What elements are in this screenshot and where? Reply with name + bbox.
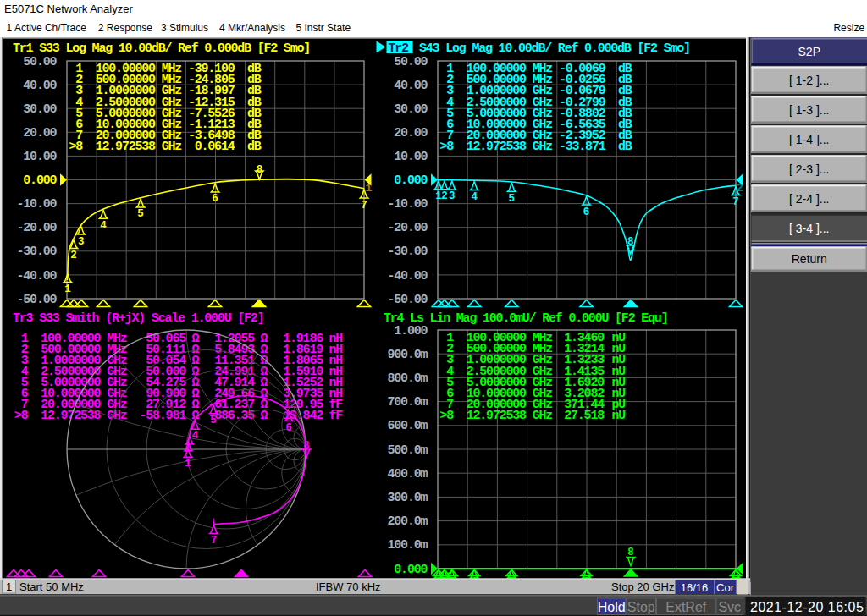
svg-text:900.0m: 900.0m: [387, 348, 428, 362]
svg-text:fF: fF: [329, 409, 344, 423]
svg-text:20.00: 20.00: [23, 126, 57, 140]
svg-text:16/16: 16/16: [681, 581, 709, 594]
svg-text:[ 3-4 ]...: [ 3-4 ]...: [789, 222, 829, 235]
svg-text:1 Active Ch/Trace: 1 Active Ch/Trace: [7, 22, 87, 34]
svg-text:40.00: 40.00: [394, 79, 428, 93]
svg-text:>8 12.972538 GHz: >8 12.972538 GHz: [69, 140, 182, 154]
svg-text:5: 5: [210, 415, 217, 426]
svg-text:1: 1: [64, 283, 71, 295]
svg-text:400.0m: 400.0m: [387, 467, 428, 481]
svg-text:-33.871: -33.871: [559, 140, 606, 154]
svg-text:50.00: 50.00: [394, 55, 428, 69]
svg-text:E5071C Network Analyzer: E5071C Network Analyzer: [4, 3, 133, 15]
svg-text:Stop 20 GHz: Stop 20 GHz: [611, 580, 674, 593]
svg-text:5 Instr State: 5 Instr State: [295, 22, 351, 34]
svg-text:100.0m: 100.0m: [387, 538, 428, 553]
svg-text:IFBW 70 kHz: IFBW 70 kHz: [316, 580, 381, 593]
svg-text:2 Response: 2 Response: [98, 22, 152, 34]
svg-text:[ 2-4 ]...: [ 2-4 ]...: [789, 192, 829, 206]
svg-text:800.0m: 800.0m: [387, 371, 428, 386]
svg-text:[ 1-2 ]...: [ 1-2 ]...: [789, 74, 829, 87]
svg-text:200.0m: 200.0m: [387, 514, 428, 529]
svg-text:50.00: 50.00: [23, 55, 57, 69]
svg-text:[ 1-3 ]...: [ 1-3 ]...: [789, 103, 829, 117]
svg-text:300.0m: 300.0m: [387, 491, 428, 505]
svg-text:-40.00: -40.00: [16, 269, 57, 283]
svg-text:Resize: Resize: [833, 22, 864, 34]
svg-text:-50.00: -50.00: [387, 293, 428, 307]
svg-text:7: 7: [211, 535, 218, 547]
svg-text:600.0m: 600.0m: [387, 419, 428, 433]
svg-text:Return: Return: [792, 252, 827, 266]
svg-text:Stop: Stop: [627, 600, 655, 614]
svg-text:dB: dB: [247, 140, 262, 154]
svg-text:27.518: 27.518: [564, 409, 605, 423]
svg-text:6: 6: [583, 206, 590, 218]
svg-text:2: 2: [441, 190, 448, 202]
svg-text:0.0614: 0.0614: [195, 140, 235, 154]
svg-text:dB: dB: [618, 140, 632, 154]
svg-text:-30.00: -30.00: [16, 245, 57, 259]
svg-text:Hold: Hold: [598, 600, 626, 614]
svg-text:7: 7: [732, 196, 739, 208]
svg-text:-10.00: -10.00: [387, 197, 428, 212]
svg-text:30.00: 30.00: [394, 102, 428, 117]
svg-text:Tr2: Tr2: [389, 41, 410, 56]
svg-text:-58.981: -58.981: [139, 409, 186, 423]
svg-text:4: 4: [100, 220, 107, 232]
svg-text:-20.00: -20.00: [16, 221, 57, 235]
svg-text:[ 2-3 ]...: [ 2-3 ]...: [789, 162, 829, 176]
svg-text:0.000: 0.000: [394, 173, 428, 188]
svg-text:3: 3: [449, 190, 456, 202]
svg-text:-30.00: -30.00: [387, 245, 428, 259]
svg-text:>8 12.972538 GHz: >8 12.972538 GHz: [440, 140, 553, 154]
svg-text:>8 12.972538 GHz: >8 12.972538 GHz: [440, 409, 553, 423]
svg-text:0.000: 0.000: [394, 563, 428, 577]
svg-text:4: 4: [471, 191, 478, 203]
svg-text:Tr4 Ls Lin Mag 100.0mU/ Ref 0.: Tr4 Ls Lin Mag 100.0mU/ Ref 0.000U [F2 E…: [384, 311, 667, 326]
svg-text:Ω: Ω: [261, 409, 268, 423]
svg-text:1: 1: [6, 580, 12, 593]
svg-text:0.000: 0.000: [23, 173, 57, 188]
svg-text:7: 7: [361, 200, 367, 212]
svg-text:3 Stimulus: 3 Stimulus: [161, 22, 208, 34]
svg-text:5: 5: [509, 193, 516, 205]
svg-text:-10.00: -10.00: [16, 197, 57, 212]
svg-text:4: 4: [192, 430, 199, 442]
svg-text:Tr1 S33 Log Mag 10.00dB/ Ref 0: Tr1 S33 Log Mag 10.00dB/ Ref 0.000dB [F2…: [13, 41, 310, 56]
svg-text:1.000: 1.000: [394, 324, 428, 338]
svg-text:S2P: S2P: [798, 45, 820, 58]
svg-text:20.00: 20.00: [394, 126, 428, 140]
svg-text:1: 1: [366, 182, 373, 195]
svg-text:500.0m: 500.0m: [387, 443, 428, 458]
svg-text:6: 6: [286, 422, 293, 434]
svg-text:[ 1-4 ]...: [ 1-4 ]...: [789, 133, 829, 146]
svg-text:Svc: Svc: [718, 600, 741, 614]
svg-text:Tr3 S33 Smith (R+jX) Scale 1.0: Tr3 S33 Smith (R+jX) Scale 1.000U [F2]: [13, 311, 263, 326]
svg-text:nU: nU: [612, 409, 627, 423]
svg-text:10.00: 10.00: [23, 150, 57, 164]
svg-text:2021-12-20 16:05: 2021-12-20 16:05: [750, 600, 864, 614]
svg-text:Start 50 MHz: Start 50 MHz: [19, 580, 84, 593]
svg-text:40.00: 40.00: [23, 79, 57, 93]
svg-text:-40.00: -40.00: [387, 269, 428, 283]
svg-text:S43 Log Mag 10.00dB/ Ref 0.000: S43 Log Mag 10.00dB/ Ref 0.000dB [F2 Smo…: [419, 41, 690, 56]
svg-text:8: 8: [627, 547, 634, 558]
svg-text:8: 8: [627, 236, 634, 248]
svg-text:3: 3: [78, 236, 85, 248]
svg-text:-20.00: -20.00: [387, 221, 428, 235]
svg-text:-50.00: -50.00: [16, 293, 57, 307]
svg-text:6: 6: [212, 193, 218, 205]
svg-text:5: 5: [137, 208, 144, 220]
svg-text:Cor: Cor: [716, 581, 735, 594]
svg-text:30.00: 30.00: [23, 102, 57, 117]
svg-text:2: 2: [70, 250, 77, 261]
svg-text:10.00: 10.00: [394, 150, 428, 164]
svg-text:700.0m: 700.0m: [387, 395, 428, 410]
svg-text:ExtRef: ExtRef: [665, 600, 707, 614]
svg-text:4 Mkr/Analysis: 4 Mkr/Analysis: [219, 22, 285, 34]
svg-text:1: 1: [185, 458, 191, 470]
